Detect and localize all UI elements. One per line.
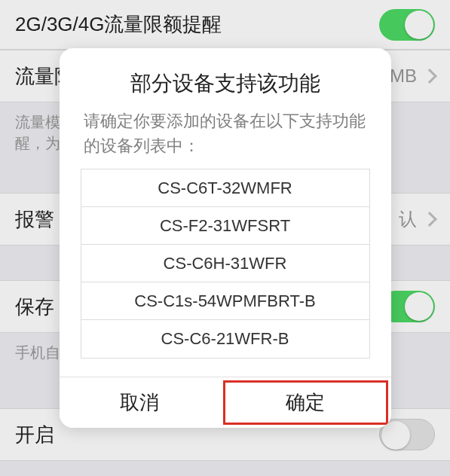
list-item: CS-C6-21WFR-B: [81, 320, 369, 358]
device-list: CS-C6T-32WMFR CS-F2-31WFSRT CS-C6H-31WFR…: [81, 169, 370, 359]
list-item: CS-F2-31WFSRT: [81, 207, 369, 245]
modal-overlay: 部分设备支持该功能 请确定你要添加的设备在以下支持功能的设备列表中： CS-C6…: [0, 0, 450, 476]
list-item: CS-C1s-54WPMFBRT-B: [81, 282, 369, 320]
modal-actions: 取消 确定: [60, 377, 391, 428]
cancel-button[interactable]: 取消: [60, 377, 220, 428]
settings-screen: 2G/3G/4G流量限额提醒 流量限额 20MB 流量模式醒，为你 报警 认 保…: [0, 0, 450, 476]
list-item: CS-C6H-31WFR: [81, 245, 369, 282]
device-support-modal: 部分设备支持该功能 请确定你要添加的设备在以下支持功能的设备列表中： CS-C6…: [60, 48, 391, 428]
modal-subtitle: 请确定你要添加的设备在以下支持功能的设备列表中：: [60, 108, 391, 169]
list-item: CS-C6T-32WMFR: [81, 169, 369, 207]
confirm-button[interactable]: 确定: [223, 380, 388, 425]
modal-title: 部分设备支持该功能: [60, 48, 391, 108]
